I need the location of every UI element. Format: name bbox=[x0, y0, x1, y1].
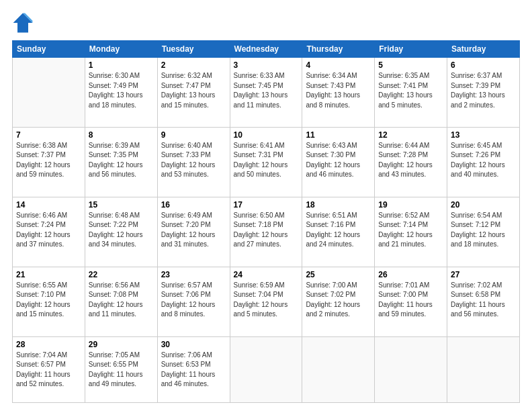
day-info: Sunrise: 6:44 AM Sunset: 7:28 PM Dayligh… bbox=[378, 141, 443, 180]
day-info: Sunrise: 6:32 AM Sunset: 7:47 PM Dayligh… bbox=[161, 71, 226, 110]
logo-icon bbox=[12, 12, 34, 34]
day-number: 17 bbox=[234, 200, 299, 210]
day-info: Sunrise: 7:01 AM Sunset: 7:00 PM Dayligh… bbox=[378, 281, 443, 320]
day-cell: 16Sunrise: 6:49 AM Sunset: 7:20 PM Dayli… bbox=[157, 197, 230, 267]
day-number: 10 bbox=[234, 130, 299, 140]
day-cell: 24Sunrise: 6:59 AM Sunset: 7:04 PM Dayli… bbox=[230, 267, 302, 336]
day-cell: 23Sunrise: 6:57 AM Sunset: 7:06 PM Dayli… bbox=[157, 267, 230, 336]
day-info: Sunrise: 7:02 AM Sunset: 6:58 PM Dayligh… bbox=[451, 281, 516, 320]
day-cell: 26Sunrise: 7:01 AM Sunset: 7:00 PM Dayli… bbox=[375, 267, 447, 336]
day-number: 9 bbox=[161, 130, 226, 140]
day-info: Sunrise: 6:37 AM Sunset: 7:39 PM Dayligh… bbox=[451, 71, 516, 110]
day-cell: 14Sunrise: 6:46 AM Sunset: 7:24 PM Dayli… bbox=[13, 197, 85, 267]
day-number: 7 bbox=[16, 130, 81, 140]
day-info: Sunrise: 6:41 AM Sunset: 7:31 PM Dayligh… bbox=[234, 141, 299, 180]
weekday-header-thursday: Thursday bbox=[302, 41, 375, 58]
weekday-header-saturday: Saturday bbox=[447, 41, 520, 58]
day-info: Sunrise: 7:00 AM Sunset: 7:02 PM Dayligh… bbox=[306, 281, 371, 320]
day-info: Sunrise: 6:56 AM Sunset: 7:08 PM Dayligh… bbox=[89, 281, 154, 320]
day-cell: 27Sunrise: 7:02 AM Sunset: 6:58 PM Dayli… bbox=[447, 267, 520, 336]
day-number: 14 bbox=[16, 200, 81, 210]
day-cell: 10Sunrise: 6:41 AM Sunset: 7:31 PM Dayli… bbox=[230, 127, 302, 197]
day-info: Sunrise: 6:45 AM Sunset: 7:26 PM Dayligh… bbox=[451, 141, 516, 180]
day-number: 16 bbox=[161, 200, 226, 210]
day-number: 5 bbox=[378, 60, 443, 70]
day-number: 11 bbox=[306, 130, 371, 140]
day-info: Sunrise: 6:54 AM Sunset: 7:12 PM Dayligh… bbox=[451, 211, 516, 250]
day-number: 26 bbox=[378, 270, 443, 279]
day-cell: 4Sunrise: 6:34 AM Sunset: 7:43 PM Daylig… bbox=[302, 58, 375, 128]
day-info: Sunrise: 6:49 AM Sunset: 7:20 PM Dayligh… bbox=[161, 211, 226, 250]
week-row-4: 28Sunrise: 7:04 AM Sunset: 6:57 PM Dayli… bbox=[13, 336, 520, 402]
day-cell: 18Sunrise: 6:51 AM Sunset: 7:16 PM Dayli… bbox=[302, 197, 375, 267]
day-number: 18 bbox=[306, 200, 371, 210]
day-cell: 6Sunrise: 6:37 AM Sunset: 7:39 PM Daylig… bbox=[447, 58, 520, 128]
logo bbox=[12, 12, 36, 34]
day-info: Sunrise: 6:43 AM Sunset: 7:30 PM Dayligh… bbox=[306, 141, 371, 180]
day-cell bbox=[13, 58, 85, 128]
day-info: Sunrise: 6:57 AM Sunset: 7:06 PM Dayligh… bbox=[161, 281, 226, 320]
day-cell: 28Sunrise: 7:04 AM Sunset: 6:57 PM Dayli… bbox=[13, 336, 85, 402]
day-info: Sunrise: 6:52 AM Sunset: 7:14 PM Dayligh… bbox=[378, 211, 443, 250]
day-number: 22 bbox=[89, 270, 154, 279]
day-info: Sunrise: 6:55 AM Sunset: 7:10 PM Dayligh… bbox=[16, 281, 81, 320]
day-info: Sunrise: 6:51 AM Sunset: 7:16 PM Dayligh… bbox=[306, 211, 371, 250]
day-cell: 9Sunrise: 6:40 AM Sunset: 7:33 PM Daylig… bbox=[157, 127, 230, 197]
day-number: 27 bbox=[451, 270, 516, 279]
day-cell: 8Sunrise: 6:39 AM Sunset: 7:35 PM Daylig… bbox=[85, 127, 157, 197]
weekday-header-friday: Friday bbox=[375, 41, 447, 58]
weekday-header-tuesday: Tuesday bbox=[157, 41, 230, 58]
week-row-0: 1Sunrise: 6:30 AM Sunset: 7:49 PM Daylig… bbox=[13, 58, 520, 128]
day-cell: 1Sunrise: 6:30 AM Sunset: 7:49 PM Daylig… bbox=[85, 58, 157, 128]
day-info: Sunrise: 6:46 AM Sunset: 7:24 PM Dayligh… bbox=[16, 211, 81, 250]
day-cell: 21Sunrise: 6:55 AM Sunset: 7:10 PM Dayli… bbox=[13, 267, 85, 336]
day-cell: 11Sunrise: 6:43 AM Sunset: 7:30 PM Dayli… bbox=[302, 127, 375, 197]
day-info: Sunrise: 6:50 AM Sunset: 7:18 PM Dayligh… bbox=[234, 211, 299, 250]
day-cell: 7Sunrise: 6:38 AM Sunset: 7:37 PM Daylig… bbox=[13, 127, 85, 197]
day-number: 29 bbox=[89, 340, 154, 349]
day-info: Sunrise: 6:59 AM Sunset: 7:04 PM Dayligh… bbox=[234, 281, 299, 320]
weekday-header-monday: Monday bbox=[85, 41, 157, 58]
day-info: Sunrise: 6:33 AM Sunset: 7:45 PM Dayligh… bbox=[234, 71, 299, 110]
day-number: 2 bbox=[161, 60, 226, 70]
day-info: Sunrise: 6:48 AM Sunset: 7:22 PM Dayligh… bbox=[89, 211, 154, 250]
day-cell: 19Sunrise: 6:52 AM Sunset: 7:14 PM Dayli… bbox=[375, 197, 447, 267]
weekday-header-row: SundayMondayTuesdayWednesdayThursdayFrid… bbox=[13, 41, 520, 58]
day-cell: 15Sunrise: 6:48 AM Sunset: 7:22 PM Dayli… bbox=[85, 197, 157, 267]
day-info: Sunrise: 6:30 AM Sunset: 7:49 PM Dayligh… bbox=[89, 71, 154, 110]
day-number: 6 bbox=[451, 60, 516, 70]
day-number: 13 bbox=[451, 130, 516, 140]
day-number: 1 bbox=[89, 60, 154, 70]
day-cell: 12Sunrise: 6:44 AM Sunset: 7:28 PM Dayli… bbox=[375, 127, 447, 197]
day-info: Sunrise: 6:40 AM Sunset: 7:33 PM Dayligh… bbox=[161, 141, 226, 180]
day-cell: 5Sunrise: 6:35 AM Sunset: 7:41 PM Daylig… bbox=[375, 58, 447, 128]
day-number: 28 bbox=[16, 340, 81, 349]
week-row-3: 21Sunrise: 6:55 AM Sunset: 7:10 PM Dayli… bbox=[13, 267, 520, 336]
day-number: 30 bbox=[161, 340, 226, 349]
day-cell: 13Sunrise: 6:45 AM Sunset: 7:26 PM Dayli… bbox=[447, 127, 520, 197]
day-cell bbox=[375, 336, 447, 402]
day-number: 19 bbox=[378, 200, 443, 210]
day-cell: 22Sunrise: 6:56 AM Sunset: 7:08 PM Dayli… bbox=[85, 267, 157, 336]
page: SundayMondayTuesdayWednesdayThursdayFrid… bbox=[0, 0, 532, 411]
day-number: 8 bbox=[89, 130, 154, 140]
day-cell bbox=[230, 336, 302, 402]
day-info: Sunrise: 6:38 AM Sunset: 7:37 PM Dayligh… bbox=[16, 141, 81, 180]
day-cell: 25Sunrise: 7:00 AM Sunset: 7:02 PM Dayli… bbox=[302, 267, 375, 336]
weekday-header-wednesday: Wednesday bbox=[230, 41, 302, 58]
day-cell bbox=[447, 336, 520, 402]
day-number: 25 bbox=[306, 270, 371, 279]
day-cell: 2Sunrise: 6:32 AM Sunset: 7:47 PM Daylig… bbox=[157, 58, 230, 128]
day-number: 24 bbox=[234, 270, 299, 279]
day-number: 20 bbox=[451, 200, 516, 210]
day-info: Sunrise: 7:06 AM Sunset: 6:53 PM Dayligh… bbox=[161, 351, 226, 390]
day-info: Sunrise: 6:35 AM Sunset: 7:41 PM Dayligh… bbox=[378, 71, 443, 110]
day-cell: 17Sunrise: 6:50 AM Sunset: 7:18 PM Dayli… bbox=[230, 197, 302, 267]
svg-marker-0 bbox=[13, 13, 33, 33]
day-cell: 20Sunrise: 6:54 AM Sunset: 7:12 PM Dayli… bbox=[447, 197, 520, 267]
day-info: Sunrise: 7:05 AM Sunset: 6:55 PM Dayligh… bbox=[89, 351, 154, 390]
day-cell: 29Sunrise: 7:05 AM Sunset: 6:55 PM Dayli… bbox=[85, 336, 157, 402]
day-number: 4 bbox=[306, 60, 371, 70]
day-number: 12 bbox=[378, 130, 443, 140]
weekday-header-sunday: Sunday bbox=[13, 41, 85, 58]
